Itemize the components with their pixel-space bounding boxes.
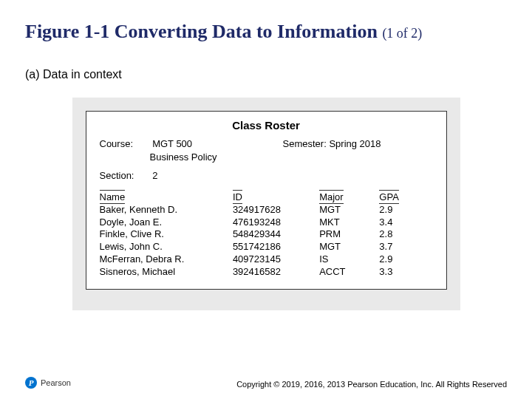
class-roster-box: Class Roster Course: MGT 500 Business Po… — [86, 111, 447, 290]
slide-title: Figure 1-1 Converting Data to Informatio… — [25, 21, 507, 43]
pearson-name: Pearson — [41, 378, 71, 387]
cell-major: MKT — [319, 216, 379, 229]
cell-name: Doyle, Joan E. — [100, 216, 233, 229]
cell-major: IS — [319, 253, 379, 266]
cell-id: 551742186 — [233, 241, 319, 253]
semester-label: Semester: — [283, 138, 327, 149]
table-row: Finkle, Clive R. 548429344 PRM 2.8 — [100, 228, 433, 241]
semester-value: Spring 2018 — [329, 138, 381, 149]
table-row: Doyle, Joan E. 476193248 MKT 3.4 — [100, 216, 433, 229]
roster-table: Name ID Major GPA Baker, Kenneth D. 3249… — [100, 190, 433, 279]
copyright: Copyright © 2019, 2016, 2013 Pearson Edu… — [236, 380, 507, 389]
cell-major: PRM — [319, 228, 379, 241]
title-part: (1 of 2) — [382, 26, 422, 41]
cell-major: ACCT — [319, 266, 379, 279]
table-row: Sisneros, Michael 392416582 ACCT 3.3 — [100, 266, 433, 279]
figure-container: Class Roster Course: MGT 500 Business Po… — [72, 98, 460, 310]
cell-name: Finkle, Clive R. — [100, 228, 233, 241]
course-label: Course: — [100, 137, 150, 151]
roster-heading: Class Roster — [100, 119, 433, 132]
table-row: Baker, Kenneth D. 324917628 MGT 2.9 — [100, 204, 433, 216]
cell-gpa: 2.9 — [379, 253, 432, 266]
cell-name: McFerran, Debra R. — [100, 253, 233, 266]
cell-gpa: 2.8 — [379, 228, 432, 241]
cell-id: 548429344 — [233, 228, 319, 241]
course-name: Business Policy — [150, 151, 283, 164]
cell-name: Baker, Kenneth D. — [100, 204, 233, 216]
cell-major: MGT — [319, 241, 379, 253]
col-header-gpa: GPA — [379, 190, 399, 204]
cell-name: Lewis, John C. — [100, 241, 233, 253]
cell-major: MGT — [319, 204, 379, 216]
cell-gpa: 3.4 — [379, 216, 432, 229]
cell-name: Sisneros, Michael — [100, 266, 233, 279]
cell-id: 409723145 — [233, 253, 319, 266]
pearson-p-icon: P — [25, 377, 37, 389]
table-row: Lewis, John C. 551742186 MGT 3.7 — [100, 241, 433, 253]
cell-gpa: 3.7 — [379, 241, 432, 253]
cell-gpa: 3.3 — [379, 266, 432, 279]
cell-id: 324917628 — [233, 204, 319, 216]
cell-gpa: 2.9 — [379, 204, 432, 216]
section-label: Section: — [100, 169, 150, 183]
cell-id: 476193248 — [233, 216, 319, 229]
table-row: McFerran, Debra R. 409723145 IS 2.9 — [100, 253, 433, 266]
pearson-logo: P Pearson — [25, 377, 71, 389]
col-header-name: Name — [100, 190, 126, 204]
cell-id: 392416582 — [233, 266, 319, 279]
subtitle: (a) Data in context — [25, 68, 507, 81]
title-main: Figure 1-1 Converting Data to Informatio… — [25, 21, 378, 42]
section-value: 2 — [152, 170, 157, 181]
course-code: MGT 500 — [152, 138, 192, 149]
col-header-id: ID — [233, 190, 242, 204]
col-header-major: Major — [319, 190, 344, 204]
